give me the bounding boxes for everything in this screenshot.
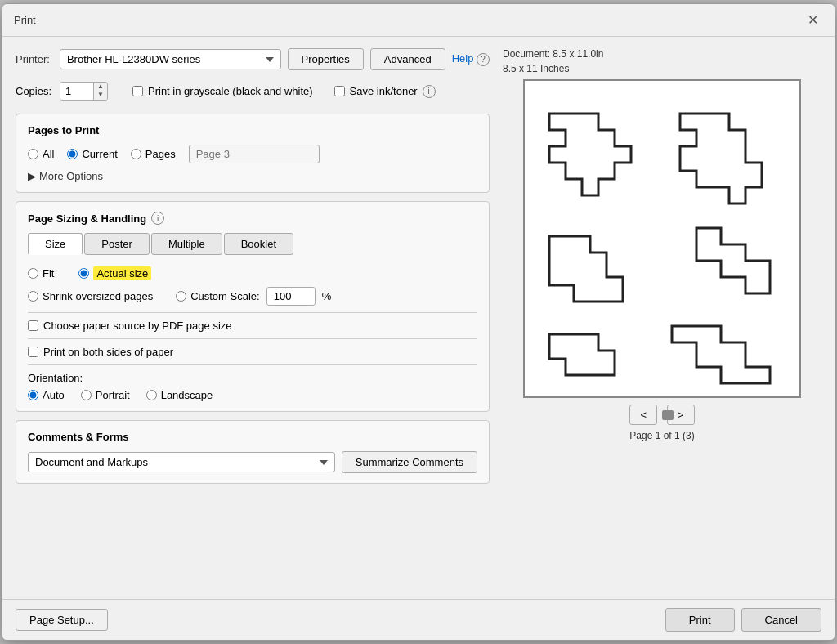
page-setup-button[interactable]: Page Setup... bbox=[16, 609, 108, 631]
portrait-radio-label[interactable]: Portrait bbox=[81, 389, 130, 401]
slider-thumb[interactable] bbox=[662, 410, 674, 420]
orientation-label: Orientation: bbox=[28, 372, 83, 384]
help-icon: ? bbox=[477, 53, 490, 66]
dialog-title: Print bbox=[14, 14, 36, 26]
bottom-right-buttons: Print Cancel bbox=[665, 608, 821, 632]
save-ink-label: Save ink/toner bbox=[350, 85, 418, 97]
ink-info-icon[interactable]: i bbox=[423, 85, 436, 98]
scale-input[interactable] bbox=[266, 287, 316, 306]
preview-nav: < > bbox=[629, 405, 694, 425]
page-sizing-section: Page Sizing & Handling i Size Poster Mul… bbox=[16, 201, 490, 412]
grayscale-checkbox[interactable] bbox=[132, 86, 143, 96]
pages-section-title: Pages to Print bbox=[28, 124, 477, 136]
copies-spinner: ▲ ▼ bbox=[93, 83, 107, 100]
both-sides-label: Print on both sides of paper bbox=[43, 346, 173, 358]
comments-forms-section: Comments & Forms Document and Markups Do… bbox=[16, 420, 490, 484]
actual-size-radio-label[interactable]: Actual size bbox=[78, 266, 151, 280]
printer-select[interactable]: Brother HL-L2380DW series bbox=[60, 49, 281, 69]
page-preview bbox=[523, 79, 801, 398]
auto-radio-label[interactable]: Auto bbox=[28, 389, 65, 401]
fit-radio[interactable] bbox=[28, 268, 38, 279]
pages-radio-label[interactable]: Pages bbox=[131, 148, 176, 160]
copies-label: Copies: bbox=[16, 85, 51, 97]
actual-size-label: Actual size bbox=[93, 266, 151, 280]
preview-panel: Document: 8.5 x 11.0in 8.5 x 11 Inches bbox=[503, 48, 821, 588]
current-radio-label[interactable]: Current bbox=[67, 148, 117, 160]
shrink-radio-label[interactable]: Shrink oversized pages bbox=[28, 290, 153, 302]
summarize-comments-button[interactable]: Summarize Comments bbox=[342, 451, 477, 473]
pages-to-print-section: Pages to Print All Current Pages bbox=[16, 114, 490, 193]
page-sizing-tabs: Size Poster Multiple Booklet bbox=[28, 233, 477, 255]
copies-up-button[interactable]: ▲ bbox=[94, 83, 107, 91]
pages-input[interactable] bbox=[189, 145, 320, 163]
landscape-radio-label[interactable]: Landscape bbox=[146, 389, 213, 401]
custom-scale-radio-label[interactable]: Custom Scale: bbox=[176, 290, 260, 302]
printer-label: Printer: bbox=[16, 53, 50, 65]
help-link[interactable]: Help ? bbox=[452, 52, 490, 66]
advanced-button[interactable]: Advanced bbox=[370, 48, 445, 70]
close-button[interactable]: ✕ bbox=[803, 11, 823, 29]
comments-forms-select[interactable]: Document and Markups Document Document a… bbox=[28, 452, 335, 472]
prev-page-button[interactable]: < bbox=[629, 405, 657, 425]
portrait-radio[interactable] bbox=[81, 390, 92, 400]
pages-radio[interactable] bbox=[131, 149, 141, 159]
page-size-label: 8.5 x 11 Inches bbox=[503, 63, 569, 74]
ink-wrap: Save ink/toner i bbox=[334, 85, 436, 98]
print-button[interactable]: Print bbox=[665, 608, 735, 632]
comments-forms-title: Comments & Forms bbox=[28, 431, 477, 443]
triangle-icon: ▶ bbox=[28, 170, 36, 182]
bottom-bar: Page Setup... Print Cancel bbox=[2, 599, 835, 640]
all-radio-label[interactable]: All bbox=[28, 148, 54, 160]
copies-input[interactable] bbox=[60, 83, 93, 100]
document-info: Document: 8.5 x 11.0in bbox=[503, 48, 603, 60]
save-ink-checkbox[interactable] bbox=[334, 86, 345, 96]
percent-label: % bbox=[322, 290, 332, 302]
grayscale-label: Print in grayscale (black and white) bbox=[148, 85, 313, 97]
title-bar: Print ✕ bbox=[2, 4, 835, 37]
all-radio[interactable] bbox=[28, 149, 38, 159]
tab-booklet[interactable]: Booklet bbox=[224, 233, 293, 255]
paper-source-row: Choose paper source by PDF page size bbox=[28, 320, 477, 332]
paper-source-checkbox[interactable] bbox=[28, 320, 38, 331]
print-dialog: Print ✕ Printer: Brother HL-L2380DW seri… bbox=[2, 3, 835, 641]
page-sizing-info-icon[interactable]: i bbox=[151, 212, 164, 225]
cancel-button[interactable]: Cancel bbox=[741, 608, 821, 632]
actual-size-radio[interactable] bbox=[78, 268, 89, 279]
copies-down-button[interactable]: ▼ bbox=[94, 91, 107, 99]
orientation-options: Auto Portrait Landscape bbox=[28, 389, 477, 401]
page-count: Page 1 of 1 (3) bbox=[629, 430, 694, 441]
both-sides-checkbox[interactable] bbox=[28, 347, 38, 357]
shrink-radio[interactable] bbox=[28, 291, 38, 302]
current-radio[interactable] bbox=[67, 149, 78, 159]
more-options-toggle[interactable]: ▶ More Options bbox=[28, 170, 477, 182]
grayscale-wrap: Print in grayscale (black and white) bbox=[132, 85, 313, 97]
paper-source-label: Choose paper source by PDF page size bbox=[43, 320, 232, 332]
properties-button[interactable]: Properties bbox=[288, 48, 364, 70]
both-sides-row: Print on both sides of paper bbox=[28, 346, 477, 358]
page-sizing-title: Page Sizing & Handling bbox=[28, 212, 146, 225]
auto-radio[interactable] bbox=[28, 390, 38, 400]
tab-poster[interactable]: Poster bbox=[84, 233, 150, 255]
landscape-radio[interactable] bbox=[146, 390, 157, 400]
fit-radio-label[interactable]: Fit bbox=[28, 267, 54, 280]
custom-scale-radio[interactable] bbox=[176, 291, 186, 302]
tab-multiple[interactable]: Multiple bbox=[151, 233, 222, 255]
copies-input-wrap: ▲ ▼ bbox=[60, 82, 108, 101]
tab-size[interactable]: Size bbox=[28, 233, 83, 255]
